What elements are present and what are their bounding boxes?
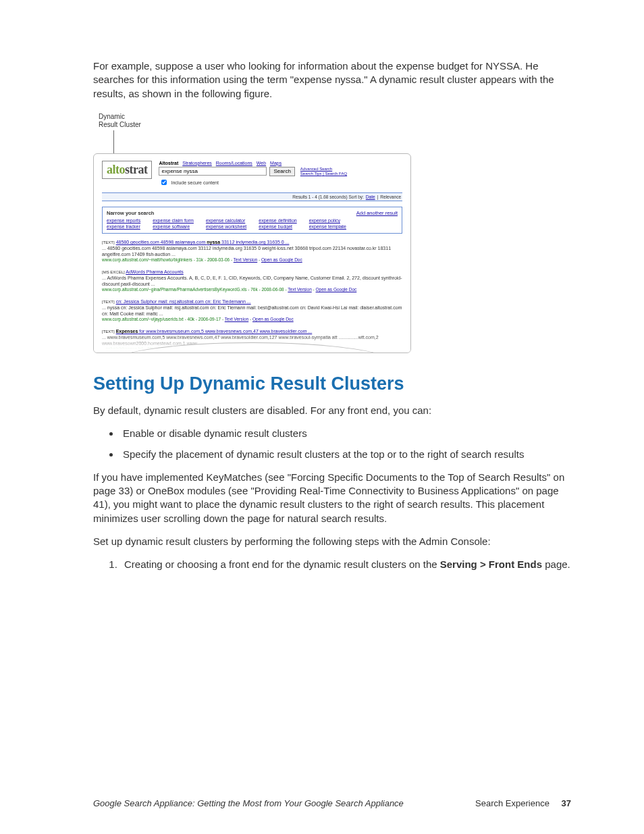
narrow-term[interactable]: expense policy (309, 218, 346, 223)
nav-link[interactable]: Stratospheres (182, 161, 212, 165)
top-nav: Altostrat Stratospheres Rooms/Locations … (159, 161, 402, 165)
search-input[interactable] (159, 167, 267, 176)
logo: altostrat (102, 161, 152, 179)
paragraph-setup: Set up dynamic result clusters by perfor… (93, 535, 571, 548)
footer-title: Google Search Appliance: Getting the Mos… (93, 798, 404, 808)
nav-link[interactable]: Rooms/Locations (216, 161, 252, 165)
search-result: [TEXT] cn: Jessica Sulphor mail: nsj:alt… (102, 299, 402, 323)
sort-relevance: Relevance (380, 194, 401, 199)
result-title[interactable]: AdWords Pharma Accounts (126, 269, 183, 274)
add-another-result[interactable]: Add another result (356, 210, 398, 216)
secure-checkbox[interactable] (161, 180, 167, 185)
narrow-term[interactable]: expense claim form (153, 218, 194, 223)
figure-label: Dynamic Result Cluster (99, 113, 571, 129)
ordered-list: Creating or choosing a front end for the… (93, 558, 571, 571)
include-secure[interactable]: Include secure content (159, 178, 402, 187)
screenshot: altostrat Altostrat Stratospheres Rooms/… (93, 153, 411, 353)
figure-pointer-line (113, 130, 114, 153)
result-title[interactable]: 48580 geocities.com 48598 asiamaya.com n… (116, 240, 290, 244)
advanced-links[interactable]: Advanced Search Search Tips | Search FAQ (300, 167, 347, 176)
narrow-term[interactable]: expense budget (259, 224, 296, 229)
figure: Dynamic Result Cluster altostrat Altostr… (93, 113, 571, 353)
footer-section: Search Experience (475, 798, 549, 808)
narrow-term[interactable]: expense software (153, 224, 194, 229)
dynamic-result-cluster: Narrow your search Add another result ex… (102, 207, 402, 234)
list-item: Creating or choosing a front end for the… (120, 558, 571, 571)
paragraph-implemented: If you have implemented KeyMatches (see … (93, 471, 571, 525)
page-footer: Google Search Appliance: Getting the Mos… (93, 798, 571, 808)
search-result: [TEXT] 48580 geocities.com 48598 asiamay… (102, 240, 402, 263)
section-heading: Setting Up Dynamic Result Clusters (93, 373, 571, 394)
sort-date[interactable]: Date (366, 194, 375, 199)
narrow-term[interactable]: expense worksheet (206, 224, 246, 229)
result-title[interactable]: Expenses for www.bravesmuseum.com,5 www.… (116, 329, 313, 334)
narrow-term[interactable]: expense template (309, 224, 346, 229)
paragraph-default: By default, dynamic result clusters are … (93, 404, 571, 417)
bullet-list: Enable or disable dynamic result cluster… (93, 427, 571, 461)
list-item: Specify the placement of dynamic result … (120, 448, 571, 461)
list-item: Enable or disable dynamic result cluster… (120, 427, 571, 440)
narrow-term[interactable]: expense definition (259, 218, 296, 223)
nav-link[interactable]: Web (257, 161, 266, 165)
search-button[interactable]: Search (269, 167, 294, 176)
intro-paragraph: For example, suppose a user who looking … (93, 59, 571, 101)
narrow-term[interactable]: expense reports (107, 218, 140, 223)
secure-label: Include secure content (171, 180, 218, 185)
search-result: [MS EXCEL] AdWords Pharma Accounts... Ad… (102, 269, 402, 293)
results-bar: Results 1 - 4 (1.68 seconds) Sort by: Da… (102, 192, 402, 201)
result-title[interactable]: cn: Jessica Sulphor mail: nsj:altostrat.… (116, 299, 251, 304)
page-number: 37 (562, 798, 571, 808)
narrow-term[interactable]: expense calculator (206, 218, 246, 223)
narrow-title: Narrow your search (107, 210, 154, 216)
nav-selected[interactable]: Altostrat (159, 161, 178, 165)
nav-link[interactable]: Maps (270, 161, 281, 165)
narrow-term[interactable]: expense tracker (107, 224, 140, 229)
